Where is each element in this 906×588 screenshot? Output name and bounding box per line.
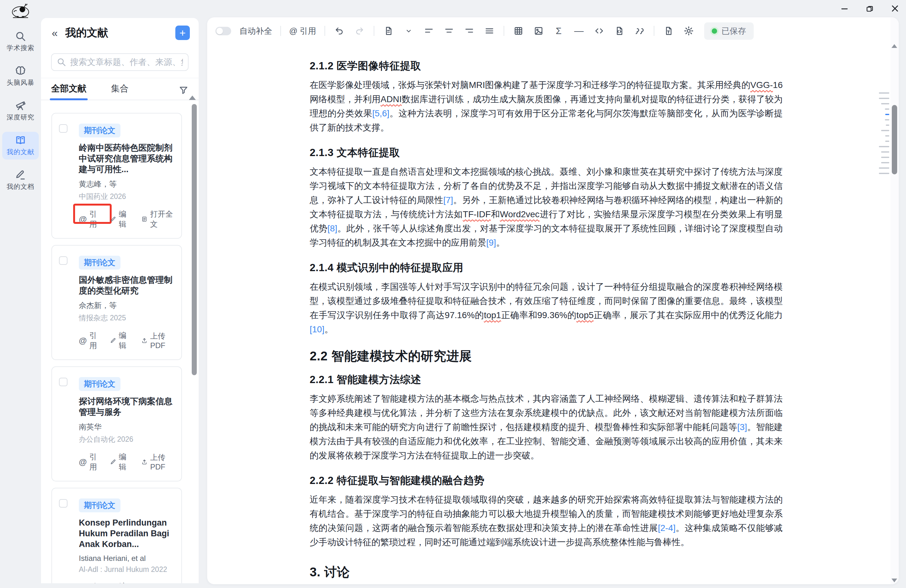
- nav-item-2[interactable]: 深度研究: [2, 97, 39, 125]
- editor-scrollbar[interactable]: [892, 105, 897, 174]
- paragraph[interactable]: 文本特征提取一直是自然语言处理和文本挖掘领域的核心挑战。聂维、刘小豫和康世英在其…: [309, 164, 783, 250]
- paragraph[interactable]: 在模式识别领域，李国强等人针对手写汉字识别中的特征冗余问题，设计了一种特征分组提…: [309, 280, 783, 336]
- minimap-mark[interactable]: [879, 173, 889, 174]
- document-content[interactable]: 2.1.2 医学图像特征提取在医学影像处理领域，张烁与张荣针对脑MRI图像构建了…: [309, 45, 783, 581]
- autocomplete-toggle[interactable]: [215, 27, 231, 35]
- library-tabs: 全部文献 集合: [41, 78, 199, 100]
- section-heading[interactable]: 2.1.3 文本特征提取: [309, 146, 783, 160]
- reference-card: 期刊论文 国外敏感非密信息管理制度的类型化研究 佘杰新，等 情报杂志 2025 …: [51, 245, 182, 360]
- minimap-mark[interactable]: [881, 151, 889, 153]
- settings-gear-icon[interactable]: [683, 25, 695, 37]
- minimap-current-mark[interactable]: [885, 114, 889, 115]
- blockquote-button[interactable]: [633, 25, 646, 37]
- citation-link[interactable]: [9]: [486, 238, 496, 247]
- redo-button[interactable]: [354, 25, 365, 37]
- toolbar-cite-button[interactable]: @ 引用: [289, 25, 316, 37]
- insert-table-button[interactable]: [512, 25, 525, 37]
- minimap-mark[interactable]: [885, 135, 889, 137]
- reference-checkbox[interactable]: [59, 257, 67, 265]
- minimap-mark[interactable]: [879, 98, 889, 99]
- nav-item-1[interactable]: 头脑风暴: [2, 62, 39, 90]
- align-center-button[interactable]: [443, 25, 455, 37]
- inline-code-button[interactable]: [593, 25, 605, 37]
- upload-pdf-button[interactable]: 上传PDF: [141, 582, 173, 583]
- add-reference-button[interactable]: +: [175, 25, 190, 40]
- minimap-mark[interactable]: [879, 146, 889, 147]
- insert-formula-button[interactable]: Σ: [553, 25, 565, 37]
- citation-link[interactable]: [5,6]: [372, 108, 389, 118]
- editor-scroll-up-arrow[interactable]: [892, 44, 897, 48]
- tab-all-references[interactable]: 全部文献: [51, 83, 86, 100]
- collapse-sidebar-icon[interactable]: «: [52, 27, 58, 38]
- undo-button[interactable]: [333, 25, 345, 37]
- list-scrollbar[interactable]: [192, 104, 197, 375]
- reference-checkbox[interactable]: [59, 499, 67, 508]
- section-heading[interactable]: 2.1.4 模式识别中的特征提取应用: [309, 261, 783, 275]
- insert-image-button[interactable]: [533, 25, 545, 37]
- tab-collections[interactable]: 集合: [111, 83, 129, 100]
- citation-link[interactable]: [7]: [443, 195, 453, 205]
- align-right-button[interactable]: [463, 25, 475, 37]
- nav-item-0[interactable]: 学术搜索: [2, 28, 39, 56]
- paragraph[interactable]: 近年来，随着深度学习技术在特征提取领域取得的突破，越来越多的研究开始探索将高效特…: [309, 492, 783, 549]
- citation-link[interactable]: [8]: [328, 223, 337, 233]
- filter-icon[interactable]: [179, 85, 188, 95]
- insert-divider-button[interactable]: —: [573, 25, 585, 37]
- cite-button[interactable]: @引用: [79, 582, 99, 583]
- reference-title[interactable]: 岭南中医药特色医院制剂中试研究信息管理系统构建与可用性...: [79, 142, 173, 175]
- reference-checkbox[interactable]: [59, 378, 67, 386]
- edit-button[interactable]: 编辑: [110, 330, 130, 351]
- section-heading[interactable]: 3. 讨论: [309, 563, 783, 581]
- close-icon[interactable]: [890, 3, 900, 14]
- minimap-mark[interactable]: [886, 124, 889, 126]
- edit-button[interactable]: 编辑: [110, 452, 130, 472]
- divider: [324, 26, 325, 36]
- section-heading[interactable]: 2.2 智能建模技术的研究进展: [309, 347, 783, 365]
- reference-title[interactable]: Konsep Perlindungan Hukum Peradilan Bagi…: [79, 517, 173, 550]
- search-input[interactable]: 搜索文章标题、作者、来源、集合: [51, 53, 188, 71]
- citation-link[interactable]: [10]: [309, 324, 324, 334]
- minimap-mark[interactable]: [879, 92, 889, 94]
- chevron-down-icon[interactable]: [403, 25, 415, 37]
- open-fulltext-button[interactable]: 打开全文: [141, 209, 173, 229]
- minimap-mark[interactable]: [879, 167, 889, 169]
- minimap-mark[interactable]: [881, 130, 889, 131]
- reference-title[interactable]: 探讨网络环境下病案信息管理与服务: [79, 396, 173, 417]
- citation-link[interactable]: [2-4]: [658, 523, 675, 533]
- text-document-button[interactable]: [662, 25, 675, 37]
- minimize-button[interactable]: [839, 3, 850, 14]
- edit-button[interactable]: 编辑: [110, 209, 130, 229]
- cite-button[interactable]: @引用: [79, 330, 99, 351]
- nav-item-4[interactable]: 我的文档: [2, 166, 39, 194]
- paragraph[interactable]: 在医学影像处理领域，张烁与张荣针对脑MRI图像构建了基于深度学习和迁移学习的特征…: [309, 78, 783, 135]
- paragraph-style-icon[interactable]: [383, 25, 394, 37]
- upload-pdf-button[interactable]: 上传PDF: [141, 331, 173, 350]
- list-scroll-up-arrow[interactable]: [189, 96, 196, 100]
- cite-button[interactable]: @引用: [79, 452, 99, 472]
- section-heading[interactable]: 2.1.2 医学图像特征提取: [309, 59, 783, 73]
- code-block-button[interactable]: [613, 25, 625, 37]
- section-heading[interactable]: 2.2.2 特征提取与智能建模的融合趋势: [309, 473, 783, 488]
- align-left-button[interactable]: [423, 25, 435, 37]
- search-placeholder: 搜索文章标题、作者、来源、集合: [70, 56, 183, 68]
- minimap-mark[interactable]: [885, 108, 889, 110]
- minimap-mark[interactable]: [885, 119, 889, 120]
- reference-title[interactable]: 国外敏感非密信息管理制度的类型化研究: [79, 275, 173, 296]
- minimap-mark[interactable]: [881, 103, 889, 104]
- paragraph[interactable]: 李文婷系统阐述了智能建模方法的基本概念与热点技术，其内容涵盖了人工神经网络、模糊…: [309, 392, 783, 462]
- editor-scroll-down-arrow[interactable]: [892, 578, 897, 582]
- minimap-mark[interactable]: [881, 162, 889, 163]
- minimap-mark[interactable]: [881, 157, 889, 158]
- reference-checkbox[interactable]: [59, 124, 67, 133]
- editor-scroll-track[interactable]: [890, 18, 899, 584]
- citation-link[interactable]: [3]: [737, 422, 747, 432]
- upload-pdf-button[interactable]: 上传PDF: [141, 453, 173, 471]
- nav-item-active-3[interactable]: 我的文献: [2, 132, 39, 159]
- minimap-mark[interactable]: [885, 140, 889, 142]
- section-heading[interactable]: 2.2.1 智能建模方法综述: [309, 373, 783, 387]
- restore-button[interactable]: [865, 3, 875, 14]
- edit-button[interactable]: 编辑: [110, 582, 130, 583]
- cite-button[interactable]: @引用: [79, 209, 99, 229]
- autocomplete-label: 自动补全: [239, 25, 272, 37]
- align-justify-button[interactable]: [483, 25, 495, 37]
